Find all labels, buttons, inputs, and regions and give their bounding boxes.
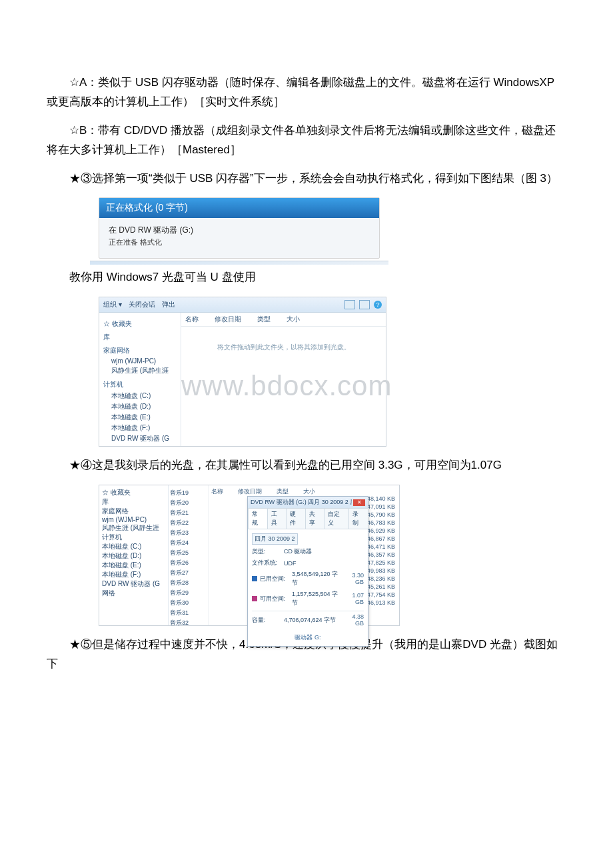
toolbar-organize[interactable]: 组织 ▾ [103, 300, 122, 309]
file-item[interactable]: 音乐20 [170, 498, 207, 508]
free-gb: 1.07 GB [345, 592, 364, 605]
used-swatch-icon [252, 576, 257, 581]
nav2-favorites[interactable]: ☆ 收藏夹 [102, 488, 165, 497]
nav2-drive-g[interactable]: DVD RW 驱动器 (G [102, 579, 165, 589]
file-item[interactable]: 音乐21 [170, 508, 207, 518]
used-gb: 3.30 GB [345, 572, 364, 585]
nav-pane: ☆ 收藏夹 库 家庭网络 wjm (WJM-PC) 风静生涯 (风静生涯 计算机… [99, 313, 181, 446]
caption-1: 教你用 Windows7 光盘可当 U 盘使用 [47, 268, 566, 287]
tab-hardware[interactable]: 硬件 [286, 508, 306, 529]
nav2-drive-e[interactable]: 本地磁盘 (E:) [102, 561, 165, 570]
nav2-network[interactable]: 网络 [102, 589, 165, 598]
figure-burned-disc: ☆ 收藏夹 库 家庭网络 wjm (WJM-PC) 风静生涯 (风静生涯 计算机… [99, 485, 400, 626]
file-item[interactable]: 音乐19 [170, 488, 207, 498]
paragraph-3: ★③选择第一项“类似于 USB 闪存器”下一步，系统会会自动执行格式化，得到如下… [47, 169, 566, 189]
free-bytes: 1,157,525,504 字节 [292, 590, 342, 607]
file-name-column: 音乐19音乐20音乐21音乐22音乐23音乐24音乐25音乐26音乐27音乐28… [169, 485, 209, 625]
tab-tools[interactable]: 工具 [267, 508, 287, 529]
cap-label: 容量: [252, 616, 281, 625]
col-size[interactable]: 大小 [287, 315, 300, 324]
file-item[interactable]: 音乐32 [170, 618, 207, 628]
type-label: 类型: [252, 547, 281, 556]
file-item[interactable]: 音乐24 [170, 538, 207, 548]
progress-bar [90, 261, 388, 265]
file-item[interactable]: 音乐30 [170, 598, 207, 608]
paragraph-a: ☆A：类似于 USB 闪存驱动器（随时保存、编辑各删除磁盘上的文件。磁盘将在运行… [47, 73, 566, 112]
file-item[interactable]: 音乐28 [170, 578, 207, 588]
nav-pane-2: ☆ 收藏夹 库 家庭网络 wjm (WJM-PC) 风静生涯 (风静生涯 计算机… [99, 485, 169, 625]
cap-bytes: 4,706,074,624 字节 [284, 616, 342, 625]
formatting-title: 正在格式化 (0 字节) [99, 198, 379, 218]
used-label: 已用空间: [260, 575, 289, 583]
nav-drive-f[interactable]: 本地磁盘 (F:) [103, 423, 177, 433]
file-item[interactable]: 音乐22 [170, 518, 207, 528]
nav2-drive-c[interactable]: 本地磁盘 (C:) [102, 542, 165, 551]
toolbar-eject[interactable]: 弹出 [162, 300, 175, 309]
view-mode-icon[interactable] [344, 300, 355, 309]
nav-homegroup[interactable]: 家庭网络 [103, 346, 177, 355]
help-icon[interactable]: ? [374, 301, 382, 309]
nav-hg-1[interactable]: wjm (WJM-PC) [103, 357, 177, 365]
paragraph-4: ★④这是我刻录后的光盘，在其属性可以看到光盘的已用空间 3.3G，可用空间为1.… [47, 456, 566, 475]
nav-libraries[interactable]: 库 [103, 333, 177, 342]
cap-gb: 4.38 GB [345, 613, 364, 627]
toolbar-close-session[interactable]: 关闭会话 [129, 300, 155, 309]
col-date[interactable]: 修改日期 [215, 315, 241, 324]
formatting-line1: 在 DVD RW 驱动器 (G:) [109, 225, 370, 236]
col2-date[interactable]: 修改日期 [238, 487, 262, 496]
prop-footer: 驱动器 G: [248, 631, 368, 646]
free-label: 可用空间: [260, 595, 289, 603]
nav2-libraries[interactable]: 库 [102, 497, 165, 507]
file-item[interactable]: 音乐23 [170, 528, 207, 538]
nav2-drive-f[interactable]: 本地磁盘 (F:) [102, 570, 165, 579]
tab-general[interactable]: 常规 [248, 508, 268, 529]
properties-dialog: DVD RW 驱动器 (G:) 四月 30 2009 2 属性 ✕ 常规 工具 … [247, 496, 368, 647]
file-item[interactable]: 音乐27 [170, 568, 207, 578]
file-item[interactable]: 音乐25 [170, 548, 207, 558]
figure-formatting: 正在格式化 (0 字节) 在 DVD RW 驱动器 (G:) 正在准备 格式化 [99, 197, 380, 259]
prop-title-text: DVD RW 驱动器 (G:) 四月 30 2009 2 属性 [251, 498, 352, 507]
tab-customize[interactable]: 自定义 [324, 508, 349, 529]
watermark: www.bdocx.com [181, 370, 386, 402]
file-item[interactable]: 音乐26 [170, 558, 207, 568]
nav-drive-c[interactable]: 本地磁盘 (C:) [103, 391, 177, 401]
col2-name[interactable]: 名称 [211, 487, 223, 496]
col2-size[interactable]: 大小 [303, 487, 315, 496]
nav2-drive-d[interactable]: 本地磁盘 (D:) [102, 551, 165, 561]
file-item[interactable]: 音乐31 [170, 608, 207, 618]
disc-label: 四月 30 2009 2 [252, 533, 298, 545]
nav-hg-2[interactable]: 风静生涯 (风静生涯 [103, 365, 177, 376]
figure-empty-disc: 组织 ▾ 关闭会话 弹出 ? ☆ 收藏夹 库 家庭网络 wjm (WJM-PC)… [99, 297, 386, 447]
nav2-hg-2[interactable]: 风静生涯 (风静生涯 [102, 523, 165, 533]
nav-computer[interactable]: 计算机 [103, 380, 177, 389]
paragraph-b: ☆B：带有 CD/DVD 播放器（成组刻录文件各单独刻录文件后将无法编辑或删除这… [47, 121, 566, 160]
tab-sharing[interactable]: 共享 [305, 508, 325, 529]
nav-drive-g[interactable]: DVD RW 驱动器 (G [103, 433, 177, 444]
formatting-line2: 正在准备 格式化 [109, 237, 370, 247]
file-item[interactable]: 音乐29 [170, 588, 207, 598]
nav2-homegroup[interactable]: 家庭网络 [102, 507, 165, 516]
preview-pane-icon[interactable] [359, 300, 370, 309]
col-name[interactable]: 名称 [185, 315, 199, 324]
tab-recording[interactable]: 录制 [348, 508, 368, 529]
nav-drive-d[interactable]: 本地磁盘 (D:) [103, 401, 177, 412]
fs-label: 文件系统: [252, 559, 281, 567]
type-value: CD 驱动器 [284, 547, 364, 556]
col2-type[interactable]: 类型 [277, 487, 289, 496]
free-swatch-icon [252, 596, 257, 601]
used-bytes: 3,548,549,120 字节 [292, 570, 342, 587]
nav-favorites[interactable]: ☆ 收藏夹 [103, 319, 177, 329]
nav2-hg-1[interactable]: wjm (WJM-PC) [102, 516, 165, 523]
nav-drive-e[interactable]: 本地磁盘 (E:) [103, 412, 177, 423]
nav2-computer[interactable]: 计算机 [102, 533, 165, 542]
fs-value: UDF [284, 560, 364, 567]
col-type[interactable]: 类型 [257, 315, 271, 324]
close-icon[interactable]: ✕ [353, 499, 365, 506]
drag-hint: 将文件拖动到此文件夹，以将其添加到光盘。 [181, 343, 386, 352]
